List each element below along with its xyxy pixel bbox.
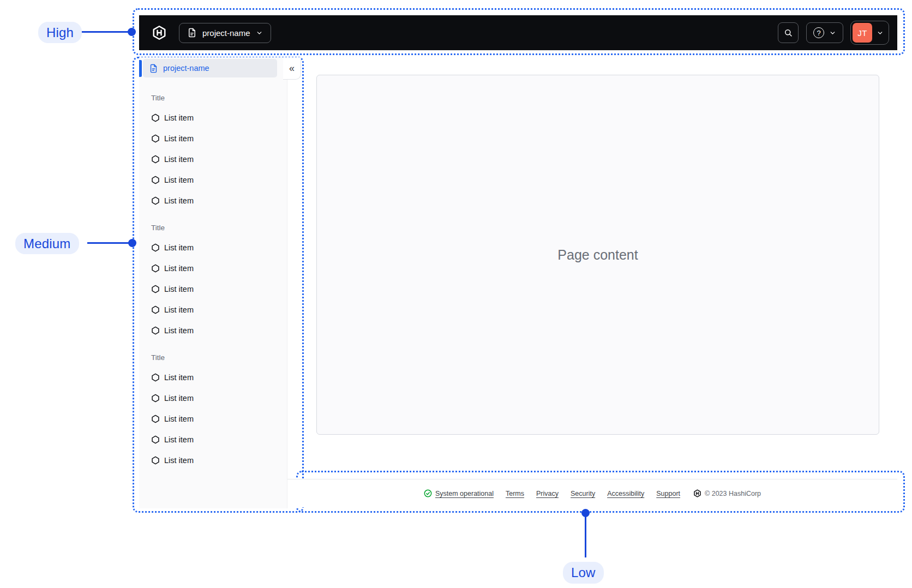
hexagon-icon — [151, 155, 160, 164]
hexagon-icon — [151, 113, 160, 122]
file-text-icon — [149, 64, 158, 73]
sidebar-item-label: List item — [164, 415, 194, 423]
hexagon-icon — [151, 394, 160, 403]
sidebar-item-label: List item — [164, 264, 194, 273]
top-navbar: project-name ? JT — [139, 15, 897, 50]
sidebar-list-item[interactable]: List item — [151, 388, 277, 409]
footer-link-privacy[interactable]: Privacy — [536, 490, 559, 497]
help-icon: ? — [813, 27, 824, 38]
sidebar-item-label: List item — [164, 134, 194, 143]
sidebar-section: Title List item List item List item List… — [151, 352, 277, 471]
sidebar-list-item[interactable]: List item — [151, 367, 277, 388]
sidebar-section-title: Title — [151, 93, 277, 103]
hexagon-icon — [151, 285, 160, 293]
footer-link-support[interactable]: Support — [656, 490, 680, 497]
low-connector-line — [585, 517, 586, 557]
annotated-screenshot-canvas: project-name ? JT — [0, 0, 912, 588]
sidebar-item-label: List item — [164, 176, 194, 184]
sidebar-item-label: List item — [164, 326, 194, 335]
sidebar-item-label: List item — [164, 285, 194, 293]
sidebar-list-item[interactable]: List item — [151, 170, 277, 190]
hexagon-icon — [151, 176, 160, 184]
sidebar-item-label: List item — [164, 155, 194, 164]
sidebar-list-item[interactable]: List item — [151, 128, 277, 149]
hashicorp-logo-icon — [152, 25, 167, 40]
status-label: System operational — [435, 490, 494, 497]
medium-connector-dot — [128, 239, 136, 247]
sidebar-list-item[interactable]: List item — [151, 258, 277, 279]
sidebar-item-label: List item — [164, 305, 194, 314]
chevron-down-icon — [256, 29, 263, 37]
sidebar-list-item[interactable]: List item — [151, 429, 277, 450]
sidebar-collapse-button[interactable]: « — [283, 57, 301, 80]
hexagon-icon — [151, 264, 160, 273]
search-button[interactable] — [778, 22, 799, 43]
hashicorp-logo-icon — [693, 489, 701, 497]
sidebar-item-label: List item — [164, 113, 194, 122]
sidebar-list-item[interactable]: List item — [151, 320, 277, 341]
help-menu-button[interactable]: ? — [806, 22, 843, 43]
sidebar-list-item[interactable]: List item — [151, 107, 277, 128]
sidebar-list-item[interactable]: List item — [151, 450, 277, 471]
sidebar-sections: Title List item List item List item List… — [139, 93, 287, 471]
footer-copyright: © 2023 HashiCorp — [693, 489, 761, 497]
sidebar-list-item[interactable]: List item — [151, 299, 277, 320]
file-text-icon — [187, 28, 197, 38]
copyright-text: © 2023 HashiCorp — [705, 490, 761, 497]
high-connector-dot — [128, 28, 136, 36]
sidebar-list-item[interactable]: List item — [151, 149, 277, 170]
sidebar-list-item[interactable]: List item — [151, 237, 277, 258]
project-switcher-button[interactable]: project-name — [179, 23, 271, 43]
hexagon-icon — [151, 196, 160, 205]
page-content-area: Page content — [316, 75, 879, 435]
sidebar-item-label: List item — [164, 394, 194, 403]
footer: System operational Terms Privacy Securit… — [287, 479, 897, 507]
project-switcher-label: project-name — [202, 28, 250, 38]
annotation-label-medium: Medium — [15, 233, 79, 254]
annotation-label-low: Low — [563, 562, 604, 584]
hexagon-icon — [151, 305, 160, 314]
chevron-down-icon — [877, 29, 884, 37]
sidebar-section-title: Title — [151, 223, 277, 233]
low-connector-dot — [581, 509, 590, 517]
annotation-label-high: High — [38, 22, 82, 43]
sidebar-section: Title List item List item List item List… — [151, 223, 277, 341]
system-status-link[interactable]: System operational — [424, 489, 494, 497]
sidebar-item-label: List item — [164, 456, 194, 465]
hexagon-icon — [151, 326, 160, 335]
sidebar-item-label: List item — [164, 196, 194, 205]
sidebar-item-project-name[interactable]: project-name — [143, 59, 277, 77]
sidebar-item-label: List item — [164, 373, 194, 382]
page-content-placeholder: Page content — [557, 247, 638, 263]
sidebar-item-label: List item — [164, 243, 194, 252]
footer-link-terms[interactable]: Terms — [506, 490, 524, 497]
sidebar-section-title: Title — [151, 352, 277, 363]
sidebar-list-item[interactable]: List item — [151, 190, 277, 211]
side-navigation: project-name Title List item List item L… — [139, 57, 287, 508]
hexagon-icon — [151, 415, 160, 423]
collapse-double-chevron-icon: « — [289, 63, 295, 74]
hexagon-icon — [151, 435, 160, 444]
user-avatar: JT — [853, 23, 872, 43]
sidebar-active-item-label: project-name — [163, 64, 209, 73]
user-menu-button[interactable]: JT — [850, 21, 889, 45]
hexagon-icon — [151, 456, 160, 465]
check-circle-icon — [424, 489, 432, 497]
sidebar-list-item[interactable]: List item — [151, 409, 277, 429]
footer-link-accessibility[interactable]: Accessibility — [607, 490, 644, 497]
high-connector-line — [79, 31, 128, 33]
hexagon-icon — [151, 243, 160, 252]
sidebar-section: Title List item List item List item List… — [151, 93, 277, 211]
medium-connector-line — [87, 242, 130, 244]
chevron-down-icon — [829, 29, 836, 37]
search-icon — [783, 28, 793, 38]
hexagon-icon — [151, 373, 160, 382]
active-item-indicator — [139, 60, 142, 77]
sidebar-list-item[interactable]: List item — [151, 279, 277, 299]
footer-link-security[interactable]: Security — [571, 490, 595, 497]
sidebar-item-label: List item — [164, 435, 194, 444]
hexagon-icon — [151, 134, 160, 143]
